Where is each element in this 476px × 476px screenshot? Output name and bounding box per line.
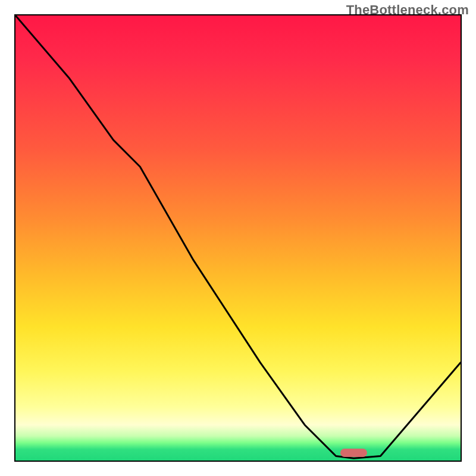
watermark-label: TheBottleneck.com bbox=[346, 2, 469, 18]
bottleneck-curve bbox=[15, 15, 461, 461]
optimal-range-marker bbox=[340, 449, 367, 457]
plot-area bbox=[14, 14, 462, 462]
chart-container: TheBottleneck.com bbox=[0, 0, 476, 476]
